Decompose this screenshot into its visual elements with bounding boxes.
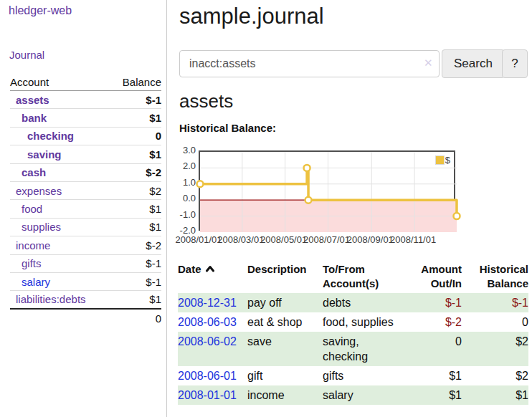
- transaction-date-link[interactable]: 2008-06-03: [178, 316, 237, 328]
- account-row: cash $-2: [10, 164, 161, 182]
- historical-balance-chart: $ 3.02.01.00.0-1.0-2.0 2008/01/012008/03…: [172, 145, 531, 247]
- account-balance: $2: [149, 185, 161, 197]
- balance-column-header: Balance: [123, 76, 161, 88]
- y-tick-label: -1.0: [172, 209, 196, 221]
- sidebar: hledger-web Journal Account Balance asse…: [0, 0, 167, 417]
- account-link-expenses[interactable]: expenses: [10, 185, 62, 197]
- account-balance: 0: [156, 130, 161, 142]
- account-balance: $1: [149, 112, 161, 124]
- account-link-salary[interactable]: salary: [10, 276, 50, 288]
- transaction-description: eat & shop: [247, 312, 323, 332]
- transaction-description: save: [247, 332, 323, 366]
- transaction-date-link[interactable]: 2008-06-01: [178, 370, 237, 382]
- account-row: food $1: [10, 200, 161, 218]
- page-title: sample.journal: [179, 0, 324, 33]
- account-balance: $-1: [146, 276, 161, 288]
- transaction-date-link[interactable]: 2008-06-02: [178, 335, 237, 348]
- column-header-date[interactable]: Date: [178, 262, 247, 291]
- x-tick-label: 2008/03/01: [217, 234, 264, 245]
- account-row: income $-2: [10, 236, 161, 254]
- search-button[interactable]: Search: [442, 49, 505, 78]
- column-header-balance: Historical Balance: [462, 262, 528, 291]
- account-row: supplies $1: [10, 219, 161, 236]
- x-tick-label: 2008/07/01: [303, 234, 350, 245]
- transaction-description: income: [247, 385, 323, 405]
- account-title: assets: [179, 89, 233, 113]
- account-row: assets $-1: [10, 91, 161, 109]
- account-row: gifts $-1: [10, 255, 161, 273]
- account-row: saving $1: [10, 145, 161, 163]
- x-tick-label: 2008/05/01: [260, 234, 307, 245]
- account-balance: $1: [149, 293, 161, 305]
- y-tick-label: 1.0: [172, 177, 196, 188]
- account-row: salary $-1: [10, 273, 161, 291]
- transaction-accounts: gifts: [323, 366, 406, 385]
- transaction-amount: $1: [406, 385, 462, 405]
- account-link-bank[interactable]: bank: [10, 112, 47, 124]
- account-row: expenses $2: [10, 182, 161, 200]
- help-button[interactable]: ?: [502, 49, 528, 78]
- transaction-balance: $-1: [462, 293, 528, 312]
- sort-asc-icon: [205, 265, 215, 272]
- y-tick-label: 3.0: [172, 145, 196, 156]
- account-link-income[interactable]: income: [10, 239, 50, 251]
- accounts-total-value: 0: [156, 312, 161, 325]
- transaction-amount: $1: [406, 366, 462, 385]
- transaction-accounts: salary: [323, 385, 406, 405]
- account-balance: $-2: [146, 166, 161, 178]
- transaction-accounts: food, supplies: [323, 312, 406, 332]
- account-link-supplies[interactable]: supplies: [10, 221, 61, 233]
- transaction-accounts: saving, checking: [323, 332, 406, 366]
- account-link-cash[interactable]: cash: [10, 166, 46, 178]
- accounts-total: 0: [10, 310, 161, 327]
- balance-chart-plot: $: [199, 150, 455, 231]
- x-tick-label: 2008/01/01: [175, 234, 222, 245]
- hledger-web-app: hledger-web Journal Account Balance asse…: [0, 0, 532, 417]
- transaction-amount: $-1: [406, 293, 462, 312]
- account-link-saving[interactable]: saving: [10, 148, 62, 160]
- y-tick-label: 2.0: [172, 160, 196, 172]
- account-column-header: Account: [10, 76, 49, 88]
- transaction-date-link[interactable]: 2008-01-01: [178, 389, 237, 401]
- account-link-checking[interactable]: checking: [10, 130, 74, 142]
- register-row: 2008-06-03 eat & shop food, supplies $-2…: [178, 312, 528, 332]
- column-header-accounts: To/From Account(s): [323, 262, 406, 291]
- transaction-accounts: debts: [323, 293, 406, 312]
- transaction-description: pay off: [247, 293, 323, 312]
- sidebar-item-journal[interactable]: Journal: [9, 49, 44, 61]
- account-row: liabilities:debts $1: [10, 291, 161, 309]
- account-row: bank $1: [10, 109, 161, 127]
- transaction-date-link[interactable]: 2008-12-31: [178, 297, 237, 309]
- accounts-table-header: Account Balance: [10, 74, 161, 91]
- account-balance: $-1: [146, 257, 161, 269]
- y-tick-label: 0.0: [172, 193, 196, 204]
- account-link-gifts[interactable]: gifts: [10, 257, 42, 269]
- register-row: 2008-01-01 income salary $1 $1: [178, 385, 528, 405]
- register-row: 2008-06-01 gift gifts $1 $2: [178, 366, 528, 385]
- clear-search-icon[interactable]: ✕: [424, 57, 433, 70]
- x-tick-label: 2008/11/01: [390, 234, 436, 245]
- account-link-food[interactable]: food: [10, 203, 42, 215]
- accounts-table: Account Balance assets $-1 bank $1 check…: [10, 74, 161, 327]
- register-row: 2008-06-02 save saving, checking 0 $2: [178, 332, 528, 366]
- transaction-amount: $-2: [406, 312, 462, 332]
- search-input[interactable]: [179, 50, 440, 77]
- transaction-balance: $2: [462, 332, 528, 366]
- register-header: Date Description To/From Account(s) Amou…: [178, 262, 528, 291]
- transaction-balance: $1: [462, 385, 528, 405]
- account-balance: $1: [149, 221, 161, 233]
- series-label: $: [445, 155, 450, 166]
- column-header-amount: Amount Out/In: [406, 262, 462, 291]
- register-table: Date Description To/From Account(s) Amou…: [178, 262, 528, 405]
- account-row: checking 0: [10, 128, 161, 145]
- account-balance: $1: [149, 148, 161, 160]
- brand-link[interactable]: hledger-web: [9, 4, 72, 17]
- account-link-assets[interactable]: assets: [10, 94, 49, 106]
- account-balance: $-1: [146, 94, 161, 106]
- account-balance: $1: [149, 203, 161, 215]
- series-swatch-icon: [436, 156, 444, 164]
- account-link-liabilities-debts[interactable]: liabilities:debts: [10, 293, 86, 305]
- transaction-amount: 0: [406, 332, 462, 366]
- x-tick-label: 2008/09/01: [347, 234, 394, 245]
- column-header-description: Description: [247, 262, 323, 291]
